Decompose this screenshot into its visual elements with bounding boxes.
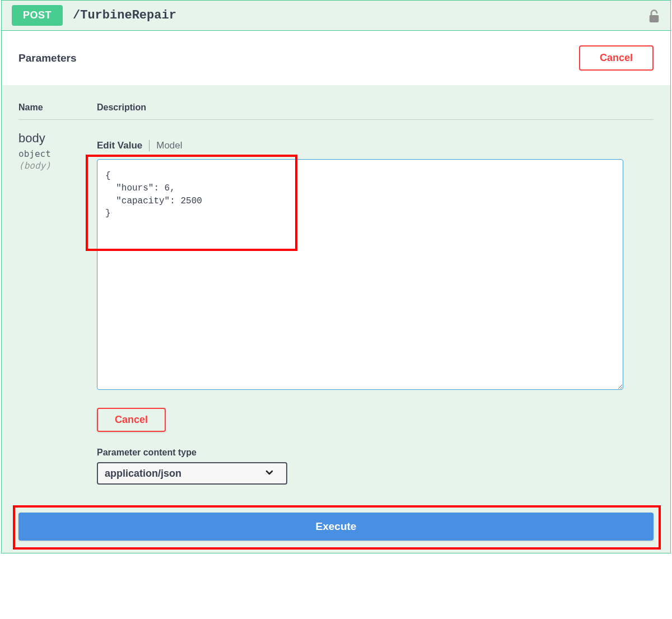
execute-region: Execute	[2, 507, 670, 553]
request-body-input[interactable]	[97, 159, 623, 390]
parameters-body: Name Description body object (body) Edit…	[2, 86, 670, 507]
operation-header[interactable]: POST /TurbineRepair	[2, 1, 670, 31]
param-name: body	[18, 131, 97, 146]
cancel-button[interactable]: Cancel	[579, 45, 654, 71]
content-type-select-wrap: application/json	[97, 462, 287, 485]
value-model-tabs: Edit Value Model	[97, 131, 654, 151]
cancel-button[interactable]: Cancel	[97, 408, 166, 432]
svg-rect-0	[650, 15, 659, 22]
column-name-header: Name	[18, 103, 97, 113]
unlock-icon[interactable]	[648, 8, 660, 25]
endpoint-path: /TurbineRepair	[73, 8, 176, 22]
content-type-block: Parameter content type application/json	[97, 448, 654, 485]
param-name-cell: body object (body)	[18, 131, 97, 485]
param-location: (body)	[18, 160, 97, 171]
content-type-select[interactable]: application/json	[97, 462, 287, 485]
tab-model[interactable]: Model	[156, 140, 182, 151]
column-description-header: Description	[97, 103, 146, 113]
tab-divider	[149, 140, 150, 151]
http-method-badge: POST	[12, 5, 63, 26]
table-row: body object (body) Edit Value Model Canc…	[18, 131, 654, 485]
content-type-label: Parameter content type	[97, 448, 654, 458]
param-description-cell: Edit Value Model Cancel Parameter conten…	[97, 131, 654, 485]
tab-edit-value[interactable]: Edit Value	[97, 140, 142, 151]
api-operation-panel: POST /TurbineRepair Parameters Cancel Na…	[1, 0, 671, 553]
parameters-header-bar: Parameters Cancel	[2, 31, 670, 85]
param-table-header: Name Description	[18, 103, 654, 120]
parameters-title: Parameters	[18, 52, 77, 64]
execute-button[interactable]: Execute	[18, 513, 654, 541]
param-type: object	[18, 148, 97, 159]
